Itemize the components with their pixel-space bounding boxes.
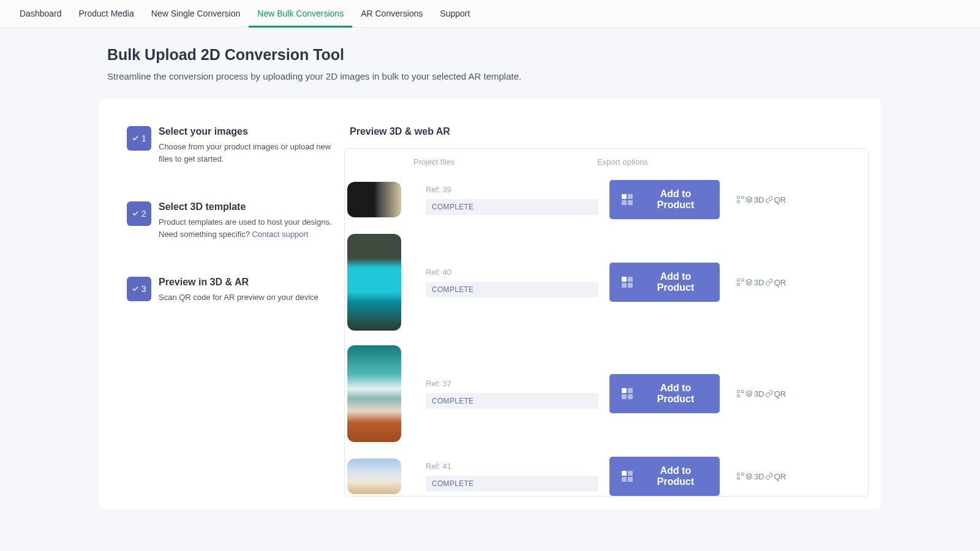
svg-rect-8 (737, 395, 739, 397)
step-2-num: 2 (141, 209, 146, 219)
step-3-title: Preview in 3D & AR (159, 277, 335, 288)
page-subtitle: Streamline the conversion process by upl… (107, 71, 873, 81)
thumbnail-2[interactable] (347, 234, 401, 331)
svg-rect-5 (737, 283, 739, 286)
check-icon (132, 285, 139, 293)
svg-rect-6 (737, 390, 739, 392)
step-1-desc: Choose from your product images or uploa… (159, 141, 335, 165)
step-3-num: 3 (141, 284, 146, 294)
ref-label: Ref: 39 (426, 185, 598, 194)
grid-icon (622, 471, 633, 482)
nav-new-single-conversion[interactable]: New Single Conversion (143, 0, 249, 28)
contact-support-link[interactable]: Contact support (252, 230, 308, 239)
table-row: Ref: 41 COMPLETE Add to Product 3D QR (345, 452, 868, 496)
preview-table: Project files Export options Ref: 39 COM… (344, 148, 869, 497)
link-icon (766, 473, 773, 480)
nav-new-bulk-conversions[interactable]: New Bulk Conversions (249, 0, 352, 28)
svg-rect-1 (742, 196, 744, 198)
status-badge: COMPLETE (426, 393, 598, 409)
add-btn-label: Add to Product (644, 465, 707, 487)
add-to-product-button[interactable]: Add to Product (609, 263, 720, 302)
qr-link[interactable]: QR (766, 389, 786, 399)
table-row: Ref: 39 COMPLETE Add to Product 3D QR (345, 175, 868, 229)
thumbnail-1[interactable] (347, 182, 401, 217)
add-btn-label: Add to Product (644, 383, 707, 405)
qr-mini-icon[interactable] (737, 390, 744, 397)
main-card: 1 Select your images Choose from your pr… (99, 99, 881, 509)
step-2-content: Select 3D template Product templates are… (159, 201, 335, 240)
table-row: Ref: 37 COMPLETE Add to Product 3D QR (345, 340, 868, 452)
layers-icon (745, 390, 753, 397)
grid-icon (622, 388, 633, 399)
svg-rect-4 (742, 279, 744, 281)
qr-link[interactable]: QR (766, 195, 786, 204)
nav-dashboard[interactable]: Dashboard (11, 0, 70, 28)
table-header: Project files Export options (345, 149, 868, 175)
add-to-product-button[interactable]: Add to Product (609, 180, 720, 219)
step-1-title: Select your images (159, 126, 335, 137)
ref-label: Ref: 40 (426, 268, 598, 277)
step-2-desc: Product templates are used to host your … (159, 216, 335, 240)
ref-label: Ref: 37 (426, 379, 598, 388)
step-2: 2 Select 3D template Product templates a… (127, 201, 335, 240)
top-nav: Dashboard Product Media New Single Conve… (0, 0, 980, 28)
qr-mini-icon[interactable] (737, 196, 744, 203)
step-1: 1 Select your images Choose from your pr… (127, 126, 335, 165)
steps-column: 1 Select your images Choose from your pr… (127, 126, 335, 497)
status-badge: COMPLETE (426, 282, 598, 298)
step-2-title: Select 3D template (159, 201, 335, 212)
3d-link[interactable]: 3D (745, 472, 764, 481)
step-3: 3 Preview in 3D & AR Scan QR code for AR… (127, 277, 335, 304)
3d-link[interactable]: 3D (745, 278, 764, 287)
thumbnail-3[interactable] (347, 345, 401, 442)
nav-ar-conversions[interactable]: AR Conversions (352, 0, 431, 28)
preview-column: Preview 3D & web AR Project files Export… (344, 126, 869, 497)
ref-label: Ref: 41 (426, 462, 598, 471)
export-links: 3D QR (737, 278, 786, 287)
qr-link[interactable]: QR (766, 278, 786, 287)
qr-link[interactable]: QR (766, 472, 786, 481)
add-to-product-button[interactable]: Add to Product (609, 374, 720, 413)
layers-icon (745, 473, 753, 480)
qr-code-icon (737, 196, 744, 203)
add-btn-label: Add to Product (644, 189, 707, 211)
preview-title: Preview 3D & web AR (350, 126, 869, 137)
col-header-files: Project files (413, 157, 597, 167)
step-1-content: Select your images Choose from your prod… (159, 126, 335, 165)
svg-rect-2 (737, 201, 739, 203)
check-icon (132, 135, 139, 142)
check-icon (132, 210, 139, 217)
nav-support[interactable]: Support (431, 0, 478, 28)
export-links: 3D QR (737, 389, 786, 399)
grid-icon (622, 194, 633, 205)
page-title: Bulk Upload 2D Conversion Tool (107, 46, 873, 64)
thumbnail-4[interactable] (347, 459, 401, 494)
qr-code-icon (737, 390, 744, 397)
layers-icon (745, 196, 753, 203)
svg-rect-9 (737, 473, 739, 475)
col-header-export: Export options (597, 157, 868, 167)
qr-code-icon (737, 279, 744, 286)
table-row: Ref: 40 COMPLETE Add to Product 3D QR (345, 229, 868, 340)
qr-code-icon (737, 473, 744, 480)
svg-rect-0 (737, 196, 739, 198)
page-header: Bulk Upload 2D Conversion Tool Streamlin… (0, 28, 980, 94)
nav-product-media[interactable]: Product Media (70, 0, 143, 28)
add-to-product-button[interactable]: Add to Product (609, 457, 720, 496)
export-links: 3D QR (737, 472, 786, 481)
svg-rect-11 (737, 478, 739, 480)
step-1-num: 1 (141, 133, 146, 143)
step-3-content: Preview in 3D & AR Scan QR code for AR p… (159, 277, 335, 304)
svg-rect-3 (737, 279, 739, 281)
qr-mini-icon[interactable] (737, 473, 744, 480)
grid-icon (622, 277, 633, 288)
step-2-badge: 2 (127, 201, 151, 226)
3d-link[interactable]: 3D (745, 389, 764, 399)
qr-mini-icon[interactable] (737, 279, 744, 286)
link-icon (766, 196, 773, 203)
link-icon (766, 390, 773, 397)
svg-rect-7 (742, 390, 744, 392)
add-btn-label: Add to Product (644, 271, 707, 293)
step-3-desc: Scan QR code for AR preview on your devi… (159, 291, 335, 304)
3d-link[interactable]: 3D (745, 195, 764, 204)
